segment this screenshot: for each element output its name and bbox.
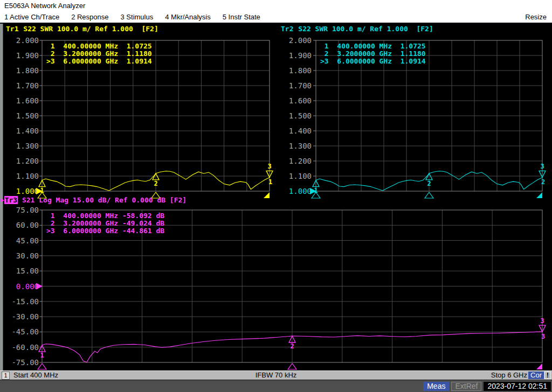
marker-2-stimulus[interactable]	[425, 192, 433, 198]
warning-badge: !	[544, 372, 551, 379]
marker-3-stimulus[interactable]	[264, 192, 270, 198]
tr3-y-axis-label: 45.00	[1, 236, 39, 245]
marker-1-label: 1	[314, 187, 318, 194]
tr1-y-axis-label: 1.400	[1, 127, 39, 135]
marker-readout-row: >3 6.0000000 GHz 1.0914	[46, 58, 152, 65]
marker-1-label: 1	[40, 187, 44, 194]
marker-readout-row: 1 400.00000 MHz -58.092 dB	[46, 212, 164, 220]
tr1-header[interactable]: Tr1 S22 SWR 100.0 m/ Ref 1.000 [F2]	[5, 25, 158, 33]
marker-3-label: 3	[540, 317, 544, 325]
marker-2-stimulus[interactable]	[288, 363, 296, 369]
marker-3-stimulus[interactable]	[536, 192, 542, 198]
analyzer-window: E5063A Network Analyzer 1 Active Ch/Trac…	[0, 0, 552, 392]
tr1-y-axis-label: 1.000	[1, 187, 39, 195]
marker-readout-row: >3 6.0000000 GHz -44.861 dB	[46, 227, 164, 235]
tr1-y-axis-label: 1.700	[1, 81, 39, 90]
tr3-y-axis-label: -15.00	[1, 297, 39, 306]
marker-1-stimulus[interactable]	[38, 363, 46, 369]
tr3-y-axis-label: -75.00	[1, 358, 39, 367]
tr1-name[interactable]: Tr1	[5, 25, 19, 33]
tr3-name[interactable]: Tr3	[4, 196, 18, 204]
tr2-y-axis-label: 1.400	[274, 127, 312, 135]
tr1-y-axis-label: 1.300	[1, 142, 39, 150]
clock: 2023-07-12 02:51	[484, 382, 551, 391]
extref-badge: ExtRef	[451, 382, 481, 391]
tr2-y-axis-label: 1.700	[274, 81, 312, 90]
tr2-name[interactable]: Tr2	[280, 25, 294, 33]
tr1-y-axis-label: 1.800	[1, 66, 39, 75]
marker-readout-row: 2 3.2000000 GHz 1.1180	[320, 50, 426, 58]
tr1-marker-table: 1 400.00000 MHz 1.0725 2 3.2000000 GHz 1…	[46, 43, 152, 65]
tr2-y-axis-label: 1.300	[274, 142, 312, 150]
marker-readout-row: 2 3.2000000 GHz -49.024 dB	[46, 220, 164, 227]
tr2-y-axis-label: 1.600	[274, 96, 312, 105]
tr3-y-axis-label: -60.00	[1, 343, 39, 352]
tr1-header-text: S22 SWR 100.0 m/ Ref 1.000 [F2]	[19, 25, 158, 33]
marker-1-label: 1	[40, 352, 44, 359]
tr2-y-axis-label: 1.900	[274, 51, 312, 60]
tr2-y-axis-label: 1.500	[274, 111, 312, 120]
tr2-y-axis-label: 1.100	[274, 172, 312, 180]
tr1-y-axis-label: 1.600	[1, 96, 39, 105]
marker-3-label: 3	[267, 163, 271, 170]
tr3-marker-table: 1 400.00000 MHz -58.092 dB 2 3.2000000 G…	[46, 212, 164, 235]
tr3-y-axis-label: 75.00	[1, 206, 39, 214]
status-bar: 1 Start 400 MHz IFBW 70 kHz Stop 6 GHz C…	[0, 370, 552, 380]
stop-frequency: Stop 6 GHz	[491, 371, 527, 380]
tr3-trace-number-label: 3	[541, 333, 545, 340]
tr1-y-axis-label: 1.200	[1, 157, 39, 165]
tr1-y-axis-label: 1.500	[1, 111, 39, 120]
tr3-header[interactable]: ▶Tr3 S21 Log Mag 15.00 dB/ Ref 0.000 dB …	[1, 197, 187, 204]
marker-2-label: 2	[154, 180, 157, 187]
tr3-y-axis-label: 60.00	[1, 221, 39, 229]
tr3-y-axis-label: 30.00	[1, 251, 39, 260]
tr2-y-axis-label: 1.800	[274, 66, 312, 75]
instrument-status-bar: Meas ExtRef 2023-07-12 02:51	[0, 380, 552, 392]
marker-3-label: 3	[540, 163, 544, 170]
marker-2-label: 2	[290, 342, 294, 350]
ifbw-readout: IFBW 70 kHz	[0, 371, 552, 380]
meas-status-badge: Meas	[423, 382, 449, 391]
correction-badge: Cor	[528, 372, 544, 379]
tr3-header-text: S21 Log Mag 15.00 dB/ Ref 0.000 dB [F2]	[18, 196, 187, 204]
active-trace-arrow-icon: ▶	[1, 197, 4, 204]
tr3-y-axis-label: 0.000	[1, 282, 39, 291]
marker-readout-row: >3 6.0000000 GHz 1.0914	[320, 58, 426, 65]
tr2-y-axis-label: 1.000	[274, 187, 312, 195]
tr1-y-axis-label: 2.000	[1, 36, 39, 45]
tr2-y-axis-label: 1.200	[274, 157, 312, 165]
marker-readout-row: 2 3.2000000 GHz 1.1180	[46, 50, 152, 58]
tr2-trace-number-label: 2	[541, 178, 545, 186]
marker-3-stimulus[interactable]	[536, 363, 542, 369]
marker-readout-row: 1 400.00000 MHz 1.0725	[46, 43, 152, 50]
tr2-marker-table: 1 400.00000 MHz 1.0725 2 3.2000000 GHz 1…	[320, 43, 426, 65]
tr2-header[interactable]: Tr2 S22 SWR 100.0 m/ Ref 1.000 [F2]	[280, 25, 433, 33]
tr3-y-axis-label: 15.00	[1, 267, 39, 275]
marker-2-label: 2	[427, 180, 431, 187]
tr2-header-text: S22 SWR 100.0 m/ Ref 1.000 [F2]	[294, 25, 433, 33]
tr1-y-axis-label: 1.100	[1, 172, 39, 180]
tr2-y-axis-label: 2.000	[274, 36, 312, 45]
marker-readout-row: 1 400.00000 MHz 1.0725	[320, 43, 426, 50]
tr3-y-axis-label: -45.00	[1, 327, 39, 336]
tr3-y-axis-label: -30.00	[1, 312, 39, 321]
tr1-trace-number-label: 1	[268, 178, 272, 186]
tr1-y-axis-label: 1.900	[1, 51, 39, 60]
